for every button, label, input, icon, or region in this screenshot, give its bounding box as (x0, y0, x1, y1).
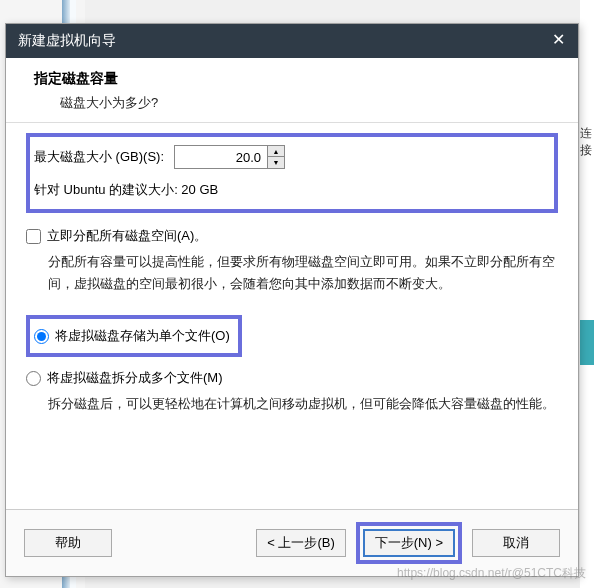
spinner-buttons: ▲ ▼ (267, 146, 284, 168)
disk-size-row: 最大磁盘大小 (GB)(S): ▲ ▼ (34, 145, 544, 169)
titlebar: 新建虚拟机向导 ✕ (6, 24, 578, 58)
background-right-text: 连接 (580, 125, 594, 159)
help-button[interactable]: 帮助 (24, 529, 112, 557)
spin-down-icon[interactable]: ▼ (268, 157, 284, 168)
allocate-now-checkbox[interactable] (26, 229, 41, 244)
store-single-label[interactable]: 将虚拟磁盘存储为单个文件(O) (55, 327, 230, 345)
nav-button-group: < 上一步(B) (257, 529, 346, 557)
titlebar-title: 新建虚拟机向导 (18, 32, 116, 50)
wizard-footer: 帮助 < 上一步(B) 下一步(N) > 取消 (6, 509, 578, 576)
disk-size-label: 最大磁盘大小 (GB)(S): (34, 148, 164, 166)
page-title: 指定磁盘容量 (34, 70, 550, 88)
back-button[interactable]: < 上一步(B) (256, 529, 346, 557)
store-split-description: 拆分磁盘后，可以更轻松地在计算机之间移动虚拟机，但可能会降低大容量磁盘的性能。 (26, 389, 558, 415)
store-single-row: 将虚拟磁盘存储为单个文件(O) (34, 325, 230, 347)
store-split-row: 将虚拟磁盘拆分成多个文件(M) (26, 367, 558, 389)
wizard-dialog: 新建虚拟机向导 ✕ 指定磁盘容量 磁盘大小为多少? 最大磁盘大小 (GB)(S)… (5, 23, 579, 577)
close-icon[interactable]: ✕ (548, 30, 568, 50)
background-right-teal-accent (580, 320, 594, 365)
cancel-button[interactable]: 取消 (472, 529, 560, 557)
disk-size-input[interactable] (175, 146, 267, 168)
disk-size-spinner[interactable]: ▲ ▼ (174, 145, 285, 169)
wizard-content: 最大磁盘大小 (GB)(S): ▲ ▼ 针对 Ubuntu 的建议大小: 20 … (6, 123, 578, 509)
page-subtitle: 磁盘大小为多少? (34, 94, 550, 112)
allocate-now-description: 分配所有容量可以提高性能，但要求所有物理磁盘空间立即可用。如果不立即分配所有空间… (26, 251, 558, 295)
disk-size-recommend: 针对 Ubuntu 的建议大小: 20 GB (34, 181, 544, 199)
spin-up-icon[interactable]: ▲ (268, 146, 284, 157)
background-right-pane (580, 0, 594, 588)
highlight-disk-size: 最大磁盘大小 (GB)(S): ▲ ▼ 针对 Ubuntu 的建议大小: 20 … (26, 133, 558, 213)
highlight-next: 下一步(N) > (356, 522, 462, 564)
allocate-now-row: 立即分配所有磁盘空间(A)。 (26, 227, 558, 245)
store-split-label[interactable]: 将虚拟磁盘拆分成多个文件(M) (47, 369, 223, 387)
highlight-store-single: 将虚拟磁盘存储为单个文件(O) (26, 315, 242, 357)
allocate-now-label[interactable]: 立即分配所有磁盘空间(A)。 (47, 227, 207, 245)
store-split-group: 将虚拟磁盘拆分成多个文件(M) 拆分磁盘后，可以更轻松地在计算机之间移动虚拟机，… (26, 367, 558, 415)
store-single-radio[interactable] (34, 329, 49, 344)
next-button[interactable]: 下一步(N) > (363, 529, 455, 557)
wizard-header: 指定磁盘容量 磁盘大小为多少? (6, 58, 578, 123)
store-split-radio[interactable] (26, 371, 41, 386)
